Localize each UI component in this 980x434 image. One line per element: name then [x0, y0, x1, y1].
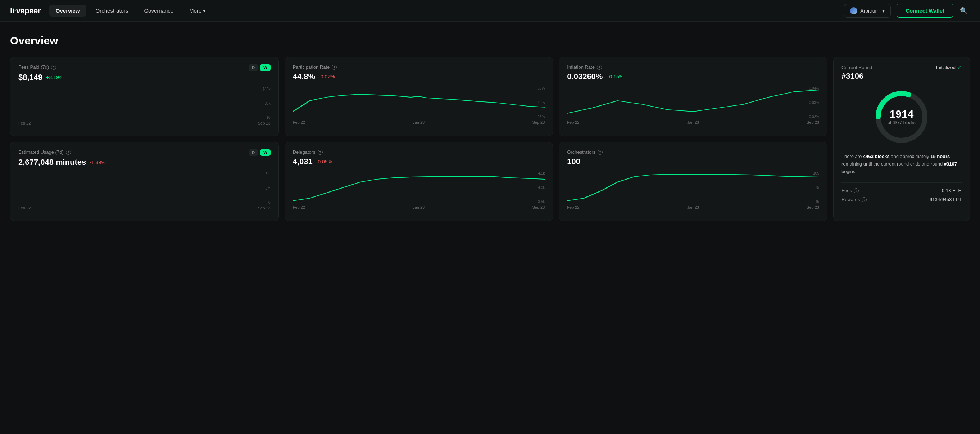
participation-rate-svg — [293, 86, 545, 119]
orchestrators-value: 100 — [567, 157, 819, 166]
inflation-rate-svg — [567, 86, 819, 119]
delegators-help-icon[interactable]: ? — [318, 150, 323, 155]
estimated-usage-w-button[interactable]: W — [260, 149, 270, 156]
estimated-usage-value: 2,677,048 minutes -1.89% — [18, 158, 270, 167]
fees-paid-y-axis: $16k $8k $0 — [262, 87, 270, 120]
round-stats: Fees ? 0.13 ETH Rewards ? 9134/9453 LPT — [842, 182, 962, 202]
check-icon: ✓ — [957, 64, 962, 70]
chevron-down-icon: ▾ — [203, 8, 206, 14]
fees-stat-row: Fees ? 0.13 ETH — [842, 188, 962, 193]
orchestrators-card: Orchestrators ? 100 105 75 45 — [559, 142, 827, 221]
search-icon: 🔍 — [960, 7, 968, 14]
participation-rate-help-icon[interactable]: ? — [332, 65, 337, 70]
rewards-help-icon[interactable]: ? — [862, 197, 867, 202]
cards-grid: Fees Paid (7d) ? D W $8,149 +3.19% $16k … — [10, 57, 970, 221]
fees-paid-dw: D W — [248, 64, 270, 71]
inflation-rate-help-icon[interactable]: ? — [597, 65, 602, 70]
arbitrum-icon — [850, 7, 858, 14]
orchestrators-y-axis: 105 75 45 — [813, 171, 819, 204]
orchestrators-label: Orchestrators ? — [567, 149, 819, 155]
inflation-rate-value: 0.03260% +0.15% — [567, 72, 819, 81]
fees-paid-chart: $16k $8k $0 Feb 22 Sep 23 — [18, 87, 270, 123]
fees-paid-x-axis: Feb 22 Sep 23 — [18, 121, 270, 125]
search-button[interactable]: 🔍 — [958, 5, 970, 17]
next-round: #3107 — [944, 161, 957, 167]
participation-rate-card: Participation Rate ? 44.8% -0.07% 56% 42… — [285, 57, 553, 136]
hours-remaining: 15 hours — [930, 154, 950, 159]
fees-paid-value: $8,149 +3.19% — [18, 73, 270, 82]
participation-rate-y-axis: 56% 42% 28% — [538, 86, 545, 119]
delegators-label: Delegators ? — [293, 149, 545, 155]
donut-center: 1914 of 6377 blocks — [888, 108, 915, 125]
estimated-usage-chart: 6m 3m 0 Feb 22 Sep 23 — [18, 172, 270, 208]
current-round-card: Current Round Initialized ✓ #3106 — [833, 57, 970, 221]
logo: li·vepeer — [10, 6, 41, 16]
inflation-rate-card: Inflation Rate ? 0.03260% +0.15% 0.04% 0… — [559, 57, 827, 136]
donut-container: 1914 of 6377 blocks — [873, 88, 930, 146]
rewards-stat-row: Rewards ? 9134/9453 LPT — [842, 197, 962, 202]
connect-wallet-button[interactable]: Connect Wallet — [897, 3, 953, 18]
rewards-stat-label: Rewards ? — [842, 197, 867, 202]
estimated-usage-label: Estimated Usage (7d) ? — [18, 149, 71, 155]
delegators-y-axis: 4.5k 4.0k 3.5k — [538, 171, 545, 204]
fees-paid-help-icon[interactable]: ? — [51, 65, 56, 70]
network-selector[interactable]: Arbitrum ▾ — [844, 4, 891, 18]
fees-paid-bar-chart — [18, 87, 59, 120]
nav-more[interactable]: More ▾ — [183, 5, 212, 17]
participation-rate-label: Participation Rate ? — [293, 64, 545, 70]
orchestrators-svg — [567, 171, 819, 204]
fees-stat-label: Fees ? — [842, 188, 859, 193]
nav-governance[interactable]: Governance — [137, 5, 180, 16]
estimated-usage-x-axis: Feb 22 Sep 23 — [18, 206, 270, 210]
estimated-usage-y-axis: 6m 3m 0 — [266, 172, 270, 204]
inflation-rate-chart: 0.04% 0.03% 0.02% Feb 22 Jan 23 Sep 23 — [567, 86, 819, 122]
donut-number: 1914 — [888, 108, 915, 120]
fees-stat-value: 0.13 ETH — [942, 188, 962, 193]
blocks-remaining: 4463 blocks — [863, 154, 890, 159]
delegators-value: 4,031 -0.05% — [293, 157, 545, 166]
fees-help-icon[interactable]: ? — [854, 188, 859, 193]
delegators-change: -0.05% — [316, 159, 332, 164]
fees-paid-card: Fees Paid (7d) ? D W $8,149 +3.19% $16k … — [10, 57, 279, 136]
orchestrators-help-icon[interactable]: ? — [598, 150, 603, 155]
donut-wrap: 1914 of 6377 blocks — [842, 88, 962, 146]
fees-paid-d-button[interactable]: D — [248, 64, 258, 71]
delegators-card: Delegators ? 4,031 -0.05% 4.5k 4.0k 3.5k — [285, 142, 553, 221]
page-title: Overview — [10, 35, 970, 47]
logo-text: vepeer — [16, 6, 41, 16]
donut-sub: of 6377 blocks — [888, 120, 915, 125]
current-round-title: Current Round — [842, 65, 872, 70]
delegators-chart: 4.5k 4.0k 3.5k Feb 22 Jan 23 Sep 23 — [293, 171, 545, 207]
network-chevron-icon: ▾ — [882, 8, 885, 14]
inflation-rate-change: +0.15% — [606, 74, 624, 80]
current-round-header: Current Round Initialized ✓ — [842, 64, 962, 70]
orchestrators-chart: 105 75 45 Feb 22 Jan 23 Sep 23 — [567, 171, 819, 207]
estimated-usage-change: -1.89% — [89, 160, 105, 165]
participation-rate-chart: 56% 42% 28% Feb 22 Jan 23 Sep 23 — [293, 86, 545, 122]
estimated-usage-help-icon[interactable]: ? — [66, 150, 71, 155]
rewards-stat-value: 9134/9453 LPT — [930, 197, 962, 202]
fees-paid-w-button[interactable]: W — [260, 64, 270, 71]
network-label: Arbitrum — [860, 8, 879, 14]
delegators-x-axis: Feb 22 Jan 23 Sep 23 — [293, 205, 545, 209]
participation-rate-x-axis: Feb 22 Jan 23 Sep 23 — [293, 120, 545, 124]
estimated-usage-card: Estimated Usage (7d) ? D W 2,677,048 min… — [10, 142, 279, 221]
orchestrators-x-axis: Feb 22 Jan 23 Sep 23 — [567, 205, 819, 209]
round-description: There are 4463 blocks and approximately … — [842, 153, 962, 175]
initialized-label: Initialized — [936, 65, 956, 70]
inflation-rate-y-axis: 0.04% 0.03% 0.02% — [809, 86, 819, 119]
nav-orchestrators[interactable]: Orchestrators — [89, 5, 135, 16]
delegators-svg — [293, 171, 545, 204]
nav-more-label: More — [189, 8, 202, 14]
nav-overview[interactable]: Overview — [49, 5, 86, 16]
main-content: Overview Fees Paid (7d) ? D W $8,149 +3.… — [0, 22, 980, 231]
fees-paid-change: +3.19% — [46, 75, 63, 80]
inflation-rate-x-axis: Feb 22 Jan 23 Sep 23 — [567, 120, 819, 124]
initialized-badge: Initialized ✓ — [936, 64, 962, 70]
fees-paid-label: Fees Paid (7d) ? — [18, 64, 56, 70]
inflation-rate-label: Inflation Rate ? — [567, 64, 819, 70]
participation-rate-change: -0.07% — [319, 74, 334, 80]
estimated-usage-dw: D W — [248, 149, 270, 156]
estimated-usage-d-button[interactable]: D — [248, 149, 258, 156]
estimated-usage-bar-chart — [18, 172, 59, 204]
